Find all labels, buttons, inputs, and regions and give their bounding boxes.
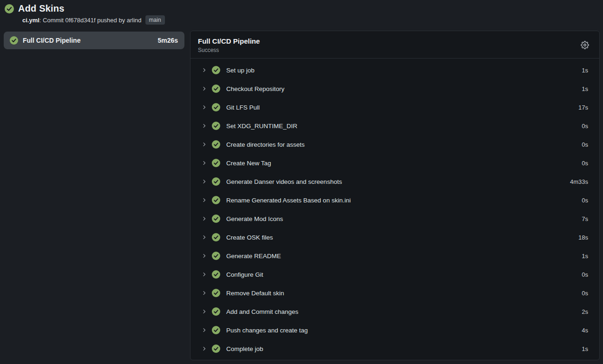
step-name: Create New Tag [226,160,577,167]
run-status-check-circle-icon [5,4,14,13]
step-name: Set XDG_RUNTIME_DIR [226,123,577,130]
step-name: Remove Default skin [226,290,577,297]
job-status-text: Success [198,47,580,53]
step-name: Create directories for assets [226,141,577,148]
step-duration: 0s [582,141,588,148]
chevron-right-icon [202,67,207,73]
check-circle-icon [212,344,220,353]
step-row[interactable]: Git LFS Pull 17s [190,98,599,117]
branch-badge[interactable]: main [145,15,165,25]
step-name: Git LFS Pull [226,104,574,111]
step-name: Checkout Repository [226,85,577,92]
check-circle-icon [212,196,220,204]
step-name: Generate README [226,253,577,260]
step-row[interactable]: Create directories for assets 0s [190,135,599,154]
gear-icon [581,44,589,51]
chevron-right-icon [202,104,207,110]
step-duration: 0s [582,271,588,278]
check-circle-icon [212,159,220,167]
step-duration: 17s [578,104,588,111]
chevron-right-icon [202,160,207,166]
check-circle-icon [212,84,220,93]
step-name: Generate Danser videos and screenshots [226,178,566,185]
check-circle-icon [212,252,220,260]
jobs-sidebar: Full CI/CD Pipeline 5m26s [4,31,184,49]
chevron-right-icon [202,234,207,240]
chevron-right-icon [202,179,207,184]
step-row[interactable]: Remove Default skin 0s [190,284,599,302]
step-duration: 7s [582,215,588,222]
run-header: Add Skins ci.yml: Commit 0f678d341f push… [0,0,603,25]
job-panel-header: Full CI/CD Pipeline Success [190,31,599,58]
check-circle-icon [212,289,220,297]
run-title: Add Skins [18,3,65,14]
chevron-right-icon [202,216,207,221]
step-row[interactable]: Generate Danser videos and screenshots 4… [190,172,599,191]
check-circle-icon [212,66,220,74]
step-duration: 2s [582,308,588,315]
check-circle-icon [212,177,220,186]
step-name: Set up job [226,67,577,74]
check-circle-icon [212,270,220,279]
job-detail-panel: Full CI/CD Pipeline Success Set up job 1… [190,31,600,360]
check-circle-icon [212,103,220,111]
chevron-right-icon [202,142,207,147]
step-duration: 18s [578,234,588,241]
commit-description: : Commit 0f678d341f pushed by arlind [39,17,142,24]
step-duration: 0s [582,160,588,167]
job-duration: 5m26s [157,37,178,44]
step-row[interactable]: Create OSK files 18s [190,228,599,247]
step-name: Rename Generated Assets Based on skin.in… [226,197,577,204]
step-duration: 0s [582,123,588,130]
step-duration: 0s [582,290,588,297]
step-row[interactable]: Checkout Repository 1s [190,79,599,98]
step-duration: 1s [582,85,588,92]
step-duration: 4s [582,327,588,334]
step-duration: 1s [582,67,588,74]
step-name: Complete job [226,345,577,352]
step-row[interactable]: Create New Tag 0s [190,154,599,172]
workflow-file-name: ci.yml [22,17,39,24]
step-name: Push changes and create tag [226,327,577,334]
check-circle-icon [212,326,220,334]
check-circle-icon [212,233,220,241]
chevron-right-icon [202,123,207,129]
step-row[interactable]: Complete job 1s [190,339,599,358]
step-row[interactable]: Generate Mod Icons 7s [190,209,599,228]
check-circle-icon [212,122,220,130]
step-row[interactable]: Set up job 1s [190,61,599,79]
chevron-right-icon [202,197,207,203]
step-row[interactable]: Rename Generated Assets Based on skin.in… [190,191,599,209]
step-duration: 1s [582,253,588,260]
step-row[interactable]: Add and Commit changes 2s [190,302,599,321]
workflow-commit-text: ci.yml: Commit 0f678d341f pushed by arli… [22,17,142,24]
step-name: Add and Commit changes [226,308,577,315]
job-settings-button[interactable] [580,40,590,50]
job-status-check-circle-icon [10,36,18,45]
chevron-right-icon [202,327,207,333]
step-row[interactable]: Configure Git 0s [190,265,599,284]
step-row[interactable]: Set XDG_RUNTIME_DIR 0s [190,117,599,135]
chevron-right-icon [202,309,207,314]
job-name: Full CI/CD Pipeline [23,37,153,44]
chevron-right-icon [202,272,207,277]
content-area: Full CI/CD Pipeline 5m26s Full CI/CD Pip… [0,31,603,360]
chevron-right-icon [202,346,207,351]
step-duration: 0s [582,197,588,204]
chevron-right-icon [202,253,207,259]
step-duration: 4m33s [570,178,588,185]
check-circle-icon [212,307,220,316]
check-circle-icon [212,140,220,149]
steps-list: Set up job 1s Checkout Repository 1s Git… [190,58,599,359]
chevron-right-icon [202,86,207,91]
step-name: Generate Mod Icons [226,215,577,222]
step-row[interactable]: Generate README 1s [190,247,599,265]
step-duration: 1s [582,345,588,352]
sidebar-job-item-full-pipeline[interactable]: Full CI/CD Pipeline 5m26s [4,32,184,49]
chevron-right-icon [202,290,207,296]
step-name: Create OSK files [226,234,574,241]
step-row[interactable]: Push changes and create tag 4s [190,321,599,339]
job-panel-title: Full CI/CD Pipeline [198,37,580,45]
step-name: Configure Git [226,271,577,278]
check-circle-icon [212,214,220,223]
